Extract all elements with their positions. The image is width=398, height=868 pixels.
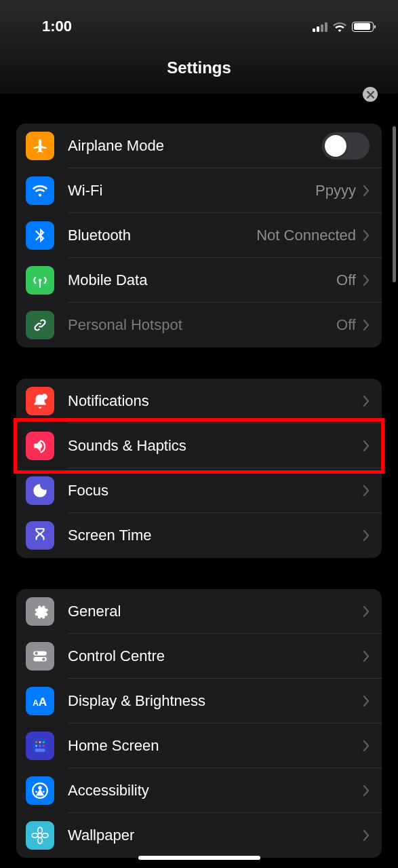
- svg-point-13: [43, 744, 45, 747]
- close-button[interactable]: [363, 87, 378, 102]
- settings-group: NotificationsSounds & HapticsFocusScreen…: [16, 379, 382, 558]
- settings-row-general[interactable]: General: [16, 589, 382, 634]
- row-label: Wallpaper: [68, 827, 363, 844]
- row-value: Not Connected: [256, 227, 356, 244]
- home-indicator[interactable]: [138, 856, 260, 860]
- row-value: Off: [336, 316, 356, 334]
- settings-row-mobiledata[interactable]: Mobile DataOff: [16, 258, 382, 303]
- chevron-right-icon: [363, 275, 370, 286]
- chevron-right-icon: [363, 485, 370, 496]
- settings-row-wallpaper[interactable]: Wallpaper: [16, 813, 382, 858]
- speaker-icon: [26, 432, 54, 460]
- chevron-right-icon: [363, 606, 370, 617]
- svg-rect-14: [35, 749, 45, 751]
- svg-point-2: [35, 652, 37, 655]
- chevron-right-icon: [363, 830, 370, 841]
- settings-group: Airplane ModeWi-FiPpyyyBluetoothNot Conn…: [16, 124, 382, 347]
- row-label: Accessibility: [68, 782, 363, 799]
- status-bar: 1:00: [0, 16, 398, 37]
- toggle-airplane[interactable]: [322, 132, 370, 159]
- settings-row-wifi[interactable]: Wi-FiPpyyy: [16, 168, 382, 213]
- row-label: Bluetooth: [68, 227, 256, 244]
- settings-row-hotspot[interactable]: Personal HotspotOff: [16, 303, 382, 347]
- svg-point-12: [39, 744, 41, 747]
- chevron-right-icon: [363, 651, 370, 662]
- chevron-right-icon: [363, 320, 370, 331]
- aa-icon: AA: [26, 687, 54, 715]
- row-label: Personal Hotspot: [68, 316, 336, 334]
- person-icon: [26, 776, 54, 805]
- svg-point-10: [43, 741, 45, 743]
- wifi-icon: [26, 176, 54, 205]
- close-icon: [367, 91, 374, 98]
- svg-point-18: [38, 827, 43, 833]
- row-label: Display & Brightness: [68, 692, 363, 710]
- svg-point-9: [39, 741, 41, 743]
- chevron-right-icon: [363, 396, 370, 407]
- antenna-icon: [26, 266, 54, 295]
- row-label: Airplane Mode: [68, 137, 322, 155]
- chevron-right-icon: [363, 230, 370, 241]
- svg-text:A: A: [39, 695, 47, 709]
- svg-point-21: [42, 833, 48, 838]
- gear-icon: [26, 597, 54, 626]
- settings-row-display[interactable]: AADisplay & Brightness: [16, 679, 382, 723]
- row-label: Control Centre: [68, 647, 363, 665]
- cellular-icon: [313, 22, 327, 32]
- settings-row-homescreen[interactable]: Home Screen: [16, 723, 382, 768]
- row-label: Notifications: [68, 392, 363, 410]
- grid-icon: [26, 732, 54, 760]
- settings-group: GeneralControl CentreAADisplay & Brightn…: [16, 589, 382, 858]
- row-value: Off: [336, 271, 356, 289]
- svg-text:A: A: [33, 698, 39, 708]
- settings-row-notifications[interactable]: Notifications: [16, 379, 382, 423]
- svg-point-17: [38, 833, 43, 838]
- battery-icon: [352, 22, 374, 32]
- row-label: Home Screen: [68, 737, 363, 755]
- settings-row-controlcentre[interactable]: Control Centre: [16, 634, 382, 679]
- settings-row-airplane[interactable]: Airplane Mode: [16, 124, 382, 168]
- flower-icon: [26, 821, 54, 850]
- chevron-right-icon: [363, 185, 370, 196]
- bell-icon: [26, 387, 54, 415]
- status-indicators: [313, 22, 374, 32]
- chevron-right-icon: [363, 785, 370, 796]
- settings-row-accessibility[interactable]: Accessibility: [16, 768, 382, 813]
- svg-point-11: [35, 744, 37, 747]
- row-label: General: [68, 603, 363, 620]
- airplane-icon: [26, 132, 54, 160]
- row-label: Mobile Data: [68, 271, 336, 289]
- chevron-right-icon: [363, 696, 370, 706]
- chevron-right-icon: [363, 440, 370, 451]
- row-label: Focus: [68, 482, 363, 499]
- switches-icon: [26, 642, 54, 671]
- link-icon: [26, 311, 54, 339]
- row-value: Ppyyy: [315, 182, 356, 200]
- status-time: 1:00: [42, 18, 72, 35]
- row-label: Sounds & Haptics: [68, 437, 363, 455]
- wifi-status-icon: [333, 22, 346, 32]
- chevron-right-icon: [363, 530, 370, 541]
- settings-row-screentime[interactable]: Screen Time: [16, 513, 382, 558]
- svg-point-20: [32, 833, 38, 838]
- moon-icon: [26, 476, 54, 505]
- row-label: Wi-Fi: [68, 182, 315, 200]
- chevron-right-icon: [363, 740, 370, 751]
- svg-point-19: [38, 837, 43, 844]
- page-title: Settings: [0, 58, 398, 77]
- settings-row-sounds[interactable]: Sounds & Haptics: [16, 423, 382, 468]
- svg-point-0: [41, 394, 47, 400]
- bluetooth-icon: [26, 221, 54, 250]
- settings-row-bluetooth[interactable]: BluetoothNot Connected: [16, 213, 382, 258]
- hourglass-icon: [26, 521, 54, 550]
- settings-row-focus[interactable]: Focus: [16, 468, 382, 513]
- svg-point-8: [35, 741, 37, 743]
- row-label: Screen Time: [68, 527, 363, 544]
- svg-point-4: [42, 658, 45, 660]
- scroll-indicator: [393, 126, 396, 282]
